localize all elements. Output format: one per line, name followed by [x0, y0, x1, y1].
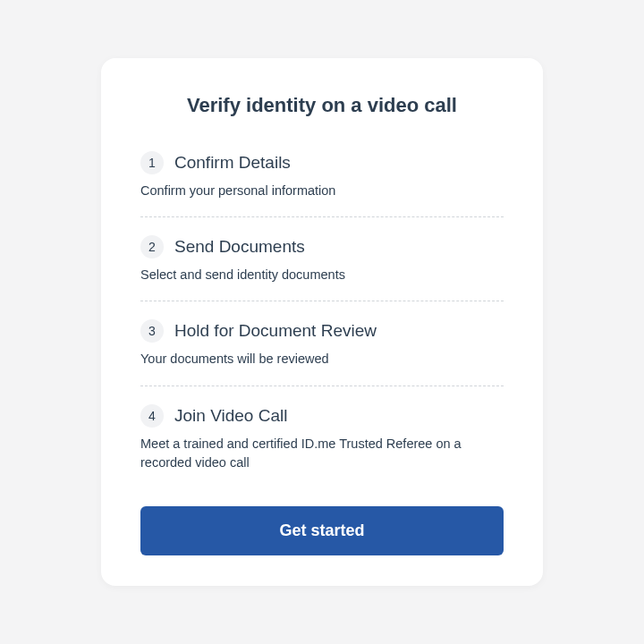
step-4-number: 4 — [140, 404, 164, 428]
step-2-desc: Select and send identity documents — [140, 266, 504, 284]
step-3-title: Hold for Document Review — [174, 321, 377, 341]
step-4-desc: Meet a trained and certified ID.me Trust… — [140, 435, 504, 472]
step-1-desc: Confirm your personal information — [140, 182, 504, 200]
step-3-desc: Your documents will be reviewed — [140, 350, 504, 369]
step-2-header: 2 Send Documents — [140, 235, 504, 258]
step-3-header: 3 Hold for Document Review — [140, 319, 504, 343]
step-1: 1 Confirm Details Confirm your personal … — [140, 151, 504, 216]
steps-list: 1 Confirm Details Confirm your personal … — [140, 151, 504, 487]
step-2-title: Send Documents — [174, 237, 305, 257]
step-2-number: 2 — [140, 235, 164, 258]
step-4-header: 4 Join Video Call — [140, 404, 504, 428]
get-started-button[interactable]: Get started — [140, 506, 504, 555]
divider — [140, 216, 504, 217]
page-title: Verify identity on a video call — [140, 94, 504, 117]
step-1-title: Confirm Details — [174, 153, 291, 173]
divider — [140, 386, 504, 386]
verify-card: Verify identity on a video call 1 Confir… — [101, 58, 543, 585]
step-3-number: 3 — [140, 319, 164, 343]
divider — [140, 301, 504, 301]
step-4: 4 Join Video Call Meet a trained and cer… — [140, 404, 504, 488]
step-2: 2 Send Documents Select and send identit… — [140, 235, 504, 301]
step-1-number: 1 — [140, 151, 164, 174]
step-3: 3 Hold for Document Review Your document… — [140, 319, 504, 385]
step-1-header: 1 Confirm Details — [140, 151, 504, 174]
step-4-title: Join Video Call — [174, 406, 287, 426]
